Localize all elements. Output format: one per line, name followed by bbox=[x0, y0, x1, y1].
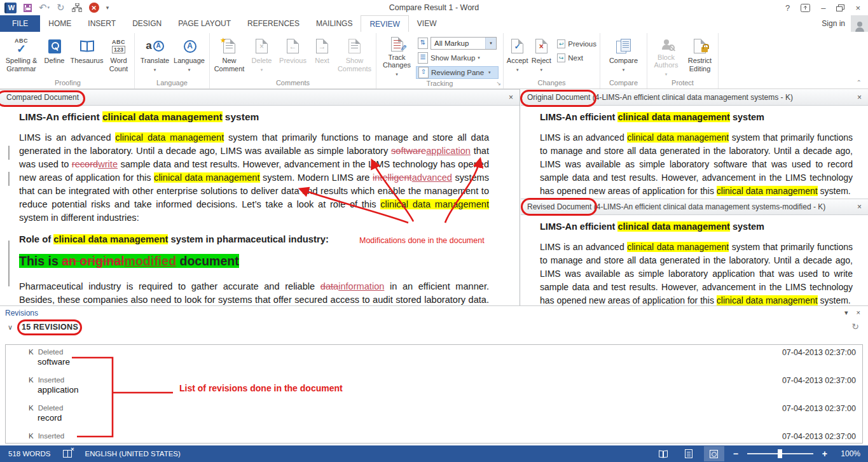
new-comment-button[interactable]: ★ New Comment bbox=[212, 34, 247, 78]
delete-comment-button[interactable]: × Delete ▾ bbox=[247, 34, 277, 78]
group-label-tracking: Tracking bbox=[378, 79, 502, 89]
revision-item[interactable]: KDeleted software 07-04-2013 02:37:00 bbox=[6, 345, 862, 373]
restrict-editing-button[interactable]: Restrict Editing bbox=[684, 34, 717, 78]
zoom-out-button[interactable]: − bbox=[729, 449, 742, 459]
spelling-grammar-button[interactable]: ABC✓ Spelling & Grammar bbox=[3, 34, 40, 78]
sign-in-label: Sign in bbox=[822, 19, 845, 28]
status-bar: 518 WORDS ENGLISH (UNITED STATES) − + 10… bbox=[0, 445, 868, 462]
translate-button[interactable]: aA Translate ▾ bbox=[138, 34, 172, 78]
revision-timestamp: 07-04-2013 02:37:00 bbox=[782, 348, 856, 357]
collapse-ribbon-icon[interactable]: ⌃ bbox=[857, 79, 862, 86]
stop-error-icon[interactable]: ✕ bbox=[89, 2, 99, 13]
tab-insert[interactable]: INSERT bbox=[79, 15, 124, 32]
previous-comment-button[interactable]: ← Previous bbox=[277, 34, 310, 78]
merge-documents-icon[interactable] bbox=[72, 2, 82, 13]
word-count-status[interactable]: 518 WORDS bbox=[8, 450, 50, 458]
sign-in[interactable]: Sign in bbox=[822, 15, 868, 32]
revision-author: K bbox=[29, 376, 34, 384]
tab-references[interactable]: REFERENCES bbox=[239, 15, 308, 32]
thesaurus-button[interactable]: Thesaurus bbox=[69, 34, 105, 78]
collapse-revisions-icon[interactable]: ∨ bbox=[8, 323, 13, 332]
close-icon[interactable]: × bbox=[857, 309, 860, 317]
original-document-body[interactable]: LIMS-An efficient clinical data manageme… bbox=[521, 106, 868, 199]
tab-review[interactable]: REVIEW bbox=[361, 15, 408, 32]
group-label-language: Language bbox=[136, 78, 208, 88]
thesaurus-icon bbox=[80, 36, 94, 57]
revision-item[interactable]: KDeleted record 07-04-2013 02:37:00 bbox=[6, 401, 862, 429]
block-authors-button[interactable]: Block Authors ▾ bbox=[649, 34, 684, 78]
title-bar: W ↶▾ ↻ ✕ ▾ Compare Result 1 - Word ? – × bbox=[0, 0, 868, 15]
original-document-title: Original Document (4-LIMS-An efficient c… bbox=[527, 93, 793, 102]
word-count-button[interactable]: ABC123 Word Count bbox=[105, 34, 133, 78]
changed-line-bar bbox=[8, 146, 10, 160]
tab-file[interactable]: FILE bbox=[0, 15, 40, 32]
show-markup-button[interactable]: ☰ Show Markup ▾ bbox=[416, 52, 499, 64]
show-comments-button[interactable]: Show Comments bbox=[335, 34, 375, 78]
ribbon-group-compare: Compare ▾ Compare bbox=[600, 33, 647, 88]
reject-button[interactable]: × Reject ▾ bbox=[530, 34, 553, 78]
close-icon[interactable]: × bbox=[857, 203, 862, 211]
compared-document-pane: Compared Document × LIMS-An efficient cl… bbox=[0, 89, 520, 305]
restore-icon[interactable] bbox=[836, 4, 844, 11]
revisions-pane-menu-icon[interactable]: ▾ bbox=[844, 309, 848, 317]
revised-document-body[interactable]: LIMS-An efficient clinical data manageme… bbox=[521, 215, 868, 305]
save-icon[interactable] bbox=[24, 2, 32, 13]
zoom-slider-thumb[interactable] bbox=[778, 449, 782, 458]
close-icon[interactable]: × bbox=[857, 94, 862, 101]
customize-qat-icon[interactable]: ▾ bbox=[106, 2, 109, 13]
next-comment-icon: → bbox=[316, 36, 328, 57]
print-layout-button[interactable] bbox=[679, 446, 699, 461]
zoom-in-button[interactable]: + bbox=[818, 449, 831, 459]
ribbon-display-options-icon[interactable] bbox=[801, 4, 810, 12]
redo-icon[interactable]: ↻ bbox=[57, 2, 65, 13]
tab-design[interactable]: DESIGN bbox=[124, 15, 170, 32]
track-changes-button[interactable]: ✎ Track Changes ▾ bbox=[380, 34, 413, 78]
read-mode-button[interactable] bbox=[653, 446, 673, 461]
changed-line-bar bbox=[8, 241, 10, 286]
doc-paragraph: Pharmaceutical industry is required to g… bbox=[19, 280, 489, 305]
revision-action: Inserted bbox=[38, 376, 65, 384]
help-icon[interactable]: ? bbox=[785, 3, 790, 13]
tab-mailings[interactable]: MAILINGS bbox=[308, 15, 361, 32]
close-icon[interactable]: × bbox=[509, 94, 513, 101]
language-status[interactable]: ENGLISH (UNITED STATES) bbox=[85, 450, 180, 458]
close-icon[interactable]: × bbox=[855, 3, 860, 13]
revisions-list[interactable]: KDeleted software 07-04-2013 02:37:00 KI… bbox=[5, 344, 863, 444]
revisions-pane: Revisions ▾ × ∨ 15 REVISIONS ↻ KDeleted … bbox=[0, 305, 868, 445]
revision-author: K bbox=[29, 404, 34, 412]
markup-mode-dropdown[interactable]: All Markup ▾ bbox=[431, 37, 497, 50]
doc-heading: LIMS-An efficient clinical data manageme… bbox=[540, 111, 853, 124]
revisions-count[interactable]: 15 REVISIONS bbox=[22, 323, 78, 332]
revision-item[interactable]: KInserted 07-04-2013 02:37:00 bbox=[6, 429, 862, 444]
zoom-level[interactable]: 100% bbox=[836, 449, 860, 458]
compare-button[interactable]: Compare ▾ bbox=[605, 34, 643, 78]
doc-modified-heading: This is an originalmodified document bbox=[19, 253, 489, 270]
chevron-down-icon: ▾ bbox=[485, 38, 496, 49]
tracking-dialog-launcher-icon[interactable]: ↘ bbox=[496, 80, 501, 87]
ribbon-tab-row: FILE HOME INSERT DESIGN PAGE LAYOUT REFE… bbox=[0, 15, 868, 32]
tab-page-layout[interactable]: PAGE LAYOUT bbox=[170, 15, 239, 32]
revision-item[interactable]: KInserted application 07-04-2013 02:37:0… bbox=[6, 373, 862, 401]
zoom-slider[interactable] bbox=[747, 453, 813, 454]
reviewing-pane-button[interactable]: ⇧ Reviewing Pane ▾ bbox=[416, 66, 499, 79]
accept-button[interactable]: ✓ Accept ▾ bbox=[505, 34, 530, 78]
undo-icon[interactable]: ↶▾ bbox=[39, 2, 50, 13]
tab-home[interactable]: HOME bbox=[40, 15, 79, 32]
tab-view[interactable]: VIEW bbox=[409, 15, 445, 32]
web-layout-button[interactable] bbox=[704, 446, 724, 461]
next-comment-button[interactable]: → Next bbox=[310, 34, 335, 78]
refresh-icon[interactable]: ↻ bbox=[851, 321, 859, 332]
previous-change-icon: ↩ bbox=[557, 39, 565, 48]
avatar[interactable] bbox=[851, 15, 868, 32]
next-change-button[interactable]: ↪ Next bbox=[555, 53, 598, 63]
ribbon-group-tracking: ✎ Track Changes ▾ ⇅ All Markup ▾ ☰ Show bbox=[376, 33, 504, 88]
minimize-icon[interactable]: – bbox=[821, 3, 825, 13]
define-button[interactable]: Define bbox=[40, 34, 69, 78]
markup-mode-row: ⇅ All Markup ▾ bbox=[416, 37, 499, 50]
proofing-errors-icon[interactable] bbox=[63, 450, 72, 458]
doc-heading: LIMS-An efficient clinical data manageme… bbox=[540, 220, 853, 234]
previous-change-button[interactable]: ↩ Previous bbox=[555, 39, 598, 49]
language-button[interactable]: A Language ▾ bbox=[172, 34, 207, 78]
compared-document-body[interactable]: LIMS-An efficient clinical data manageme… bbox=[0, 106, 520, 305]
source-documents-column: Original Document (4-LIMS-An efficient c… bbox=[521, 89, 868, 305]
